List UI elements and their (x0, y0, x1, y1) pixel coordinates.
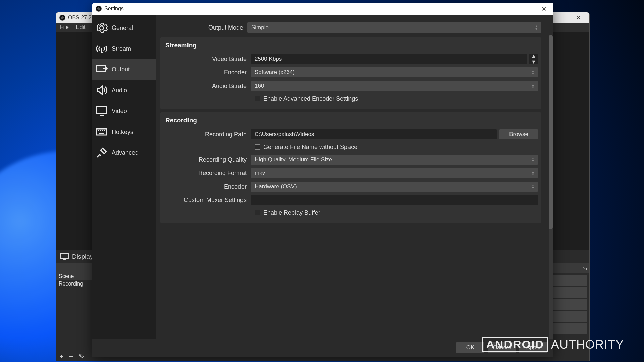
sidebar-label: Audio (112, 87, 127, 94)
adv-encoder-checkbox[interactable] (255, 96, 260, 101)
speaker-icon (96, 84, 108, 96)
audio-bitrate-value: 160 (255, 83, 264, 89)
svg-rect-0 (60, 253, 68, 258)
gear-icon (96, 22, 108, 34)
sidebar-label: General (112, 24, 133, 32)
obs-icon (59, 15, 65, 21)
sidebar-label: Output (112, 66, 130, 73)
keyboard-icon (96, 126, 108, 138)
recording-format-select[interactable]: mkv ▲▼ (251, 168, 538, 178)
antenna-icon (96, 43, 108, 55)
panel-toggle-icon[interactable]: ⇆ (583, 265, 587, 271)
watermark-brand: ANDROID (482, 337, 548, 352)
audio-bitrate-select[interactable]: 160 ▲▼ (251, 81, 538, 91)
streaming-encoder-select[interactable]: Software (x264) ▲▼ (251, 67, 538, 77)
spinner-icon: ▲▼ (533, 22, 540, 33)
spinner-icon[interactable]: ▲▼ (529, 54, 538, 64)
video-bitrate-value: 2500 Kbps (255, 56, 282, 62)
recording-format-label: Recording Format (163, 170, 251, 177)
obs-icon (96, 6, 102, 12)
muxer-label: Custom Muxer Settings (163, 197, 251, 204)
ok-button[interactable]: OK (456, 342, 484, 353)
spinner-icon: ▲▼ (529, 155, 537, 165)
video-bitrate-label: Video Bitrate (163, 56, 251, 63)
settings-content: Output Mode Simple ▲▼ Streaming Video Bi… (156, 15, 553, 339)
scene-header-label: Display (72, 253, 93, 260)
obs-title: OBS 27.2 (68, 15, 91, 21)
monitor-icon (60, 253, 69, 260)
sidebar-label: Video (112, 108, 127, 115)
sidebar-item-advanced[interactable]: Advanced (92, 142, 156, 163)
close-button[interactable]: ✕ (571, 12, 586, 23)
sidebar-item-audio[interactable]: Audio (92, 80, 156, 101)
edit-scene-button[interactable]: ✎ (79, 352, 85, 361)
sidebar-item-general[interactable]: General (92, 17, 156, 38)
replay-buffer-label: Enable Replay Buffer (263, 209, 320, 216)
streaming-section: Streaming Video Bitrate 2500 Kbps ▲▼ Enc… (160, 37, 541, 109)
monitor-icon (96, 105, 108, 117)
recording-quality-select[interactable]: High Quality, Medium File Size ▲▼ (251, 155, 538, 165)
output-mode-select[interactable]: Simple ▲▼ (247, 22, 541, 33)
sidebar-label: Hotkeys (112, 128, 133, 136)
streaming-encoder-value: Software (x264) (255, 69, 295, 76)
scroll-thumb[interactable] (549, 35, 553, 229)
remove-scene-button[interactable]: − (69, 352, 73, 361)
recording-section: Recording Recording Path C:\Users\palash… (160, 112, 541, 223)
menu-file[interactable]: File (60, 24, 69, 30)
gen-filename-label: Generate File Name without Space (263, 144, 357, 151)
gen-filename-checkbox[interactable] (255, 144, 260, 150)
audio-bitrate-label: Audio Bitrate (163, 83, 251, 90)
spinner-icon: ▲▼ (529, 168, 537, 178)
svg-rect-1 (63, 259, 66, 260)
replay-buffer-checkbox[interactable] (255, 210, 260, 215)
recording-path-input[interactable]: C:\Users\palash\Videos (251, 129, 497, 139)
tools-icon (96, 147, 108, 159)
recording-encoder-value: Hardware (QSV) (255, 183, 297, 190)
adv-encoder-label: Enable Advanced Encoder Settings (263, 95, 358, 102)
recording-quality-value: High Quality, Medium File Size (255, 156, 332, 163)
sidebar-label: Stream (112, 45, 131, 52)
minimize-button[interactable]: — (552, 12, 568, 23)
settings-title: Settings (104, 6, 124, 12)
scrollbar[interactable] (549, 35, 553, 339)
add-scene-button[interactable]: + (59, 352, 64, 361)
output-mode-label: Output Mode (160, 24, 247, 31)
recording-encoder-select[interactable]: Hardware (QSV) ▲▼ (251, 182, 538, 192)
recording-title: Recording (163, 115, 538, 127)
settings-dialog: Settings ✕ General Stream Output Audio (92, 3, 553, 357)
sidebar-item-output[interactable]: Output (92, 59, 156, 80)
recording-format-value: mkv (255, 170, 265, 176)
settings-titlebar: Settings ✕ (92, 3, 553, 15)
close-icon[interactable]: ✕ (538, 5, 550, 13)
output-icon (96, 63, 108, 75)
streaming-title: Streaming (163, 40, 538, 52)
sidebar-item-video[interactable]: Video (92, 101, 156, 121)
sidebar-label: Advanced (112, 149, 139, 156)
svg-rect-3 (97, 107, 107, 114)
recording-path-value: C:\Users\palash\Videos (255, 131, 314, 138)
output-mode-value: Simple (251, 24, 269, 31)
muxer-input[interactable] (251, 195, 538, 205)
recording-encoder-label: Encoder (163, 183, 251, 190)
watermark: ANDROID AUTHORITY (482, 337, 624, 352)
watermark-rest: AUTHORITY (551, 338, 624, 352)
recording-path-label: Recording Path (163, 131, 251, 138)
spinner-icon: ▲▼ (529, 67, 537, 77)
streaming-encoder-label: Encoder (163, 69, 251, 76)
video-bitrate-input[interactable]: 2500 Kbps (251, 54, 527, 64)
sidebar-item-hotkeys[interactable]: Hotkeys (92, 121, 156, 142)
recording-quality-label: Recording Quality (163, 156, 251, 163)
sidebar-item-stream[interactable]: Stream (92, 38, 156, 59)
settings-sidebar: General Stream Output Audio Video Hotkey… (92, 15, 156, 339)
spinner-icon: ▲▼ (529, 81, 537, 91)
spinner-icon: ▲▼ (529, 182, 537, 192)
menu-edit[interactable]: Edit (76, 24, 86, 30)
browse-button[interactable]: Browse (499, 129, 538, 139)
